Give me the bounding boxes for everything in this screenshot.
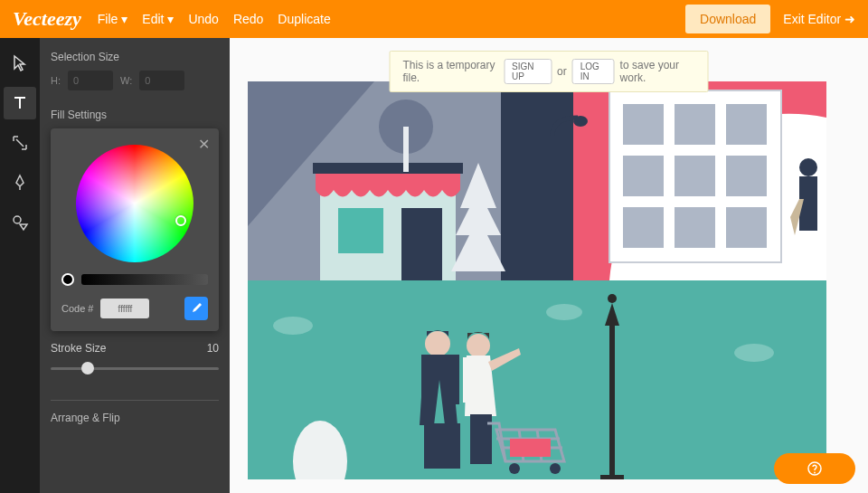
svg-rect-7: [401, 208, 442, 280]
svg-rect-6: [338, 208, 383, 253]
svg-point-23: [799, 158, 817, 176]
brightness-slider[interactable]: [81, 274, 208, 285]
svg-rect-21: [675, 207, 715, 248]
svg-rect-17: [623, 156, 664, 196]
width-label: W:: [120, 75, 132, 86]
chevron-down-icon: ▾: [167, 12, 174, 26]
artboard[interactable]: [248, 81, 826, 479]
canvas-area: This is a temporary file. SIGN UP or LOG…: [230, 38, 868, 493]
svg-rect-32: [600, 475, 624, 479]
help-icon: [807, 460, 823, 477]
fill-settings-label: Fill Settings: [51, 109, 219, 121]
top-menu-bar: Vecteezy File▾ Edit▾ Undo Redo Duplicate…: [0, 0, 868, 38]
help-button[interactable]: [774, 453, 855, 484]
svg-rect-36: [450, 355, 459, 404]
properties-panel: Selection Size H: W: Fill Settings ✕ Cod…: [40, 38, 230, 493]
svg-rect-18: [675, 156, 715, 196]
svg-point-27: [546, 304, 582, 320]
notice-or: or: [557, 65, 567, 78]
main-menu: File▾ Edit▾ Undo Redo Duplicate: [98, 12, 331, 26]
width-input[interactable]: [139, 71, 184, 90]
svg-point-42: [550, 463, 561, 474]
svg-point-44: [814, 472, 816, 474]
shapes-tool[interactable]: [4, 206, 36, 239]
login-button[interactable]: LOG IN: [572, 59, 615, 84]
hex-code-label: Code #: [61, 303, 93, 314]
menu-duplicate[interactable]: Duplicate: [278, 12, 330, 26]
svg-point-0: [14, 216, 21, 223]
svg-point-37: [467, 334, 490, 357]
svg-rect-20: [623, 207, 664, 248]
color-wheel-cursor[interactable]: [175, 215, 186, 226]
artwork-illustration: [248, 81, 826, 479]
fill-settings-panel: ✕ Code #: [51, 128, 219, 331]
chevron-down-icon: ▾: [121, 12, 127, 26]
brightness-preview: [61, 273, 74, 286]
svg-point-26: [273, 317, 313, 335]
svg-rect-35: [421, 355, 430, 404]
brand-logo: Vecteezy: [13, 7, 81, 31]
svg-rect-38: [470, 414, 492, 464]
svg-point-31: [608, 294, 617, 303]
svg-point-28: [734, 344, 774, 362]
svg-rect-15: [675, 104, 715, 145]
svg-rect-39: [463, 357, 470, 403]
svg-rect-34: [424, 423, 460, 469]
exit-editor-button[interactable]: Exit Editor ➜: [783, 12, 855, 26]
svg-point-11: [573, 116, 588, 127]
selection-size-label: Selection Size: [51, 51, 219, 63]
hex-code-input[interactable]: [100, 299, 149, 318]
svg-rect-14: [623, 104, 664, 145]
svg-point-33: [425, 331, 450, 356]
menu-file[interactable]: File▾: [98, 12, 128, 26]
select-tool[interactable]: [4, 47, 36, 80]
temp-file-notice: This is a temporary file. SIGN UP or LOG…: [390, 51, 709, 92]
download-button[interactable]: Download: [685, 5, 770, 33]
stroke-size-slider[interactable]: [51, 358, 219, 380]
height-label: H:: [51, 75, 61, 86]
menu-redo[interactable]: Redo: [233, 12, 263, 26]
tool-strip: [0, 38, 40, 493]
signup-button[interactable]: SIGN UP: [504, 59, 552, 84]
svg-rect-40: [510, 439, 551, 457]
menu-edit[interactable]: Edit▾: [142, 12, 174, 26]
eyedropper-icon: [190, 302, 203, 315]
pen-tool[interactable]: [4, 166, 36, 199]
stroke-size-value: 10: [207, 342, 219, 355]
transform-tool[interactable]: [4, 127, 36, 159]
svg-point-41: [509, 463, 520, 474]
svg-rect-10: [551, 136, 555, 280]
svg-rect-9: [403, 127, 409, 172]
notice-text-pre: This is a temporary file.: [403, 59, 499, 84]
close-icon[interactable]: ✕: [198, 136, 210, 153]
svg-rect-16: [726, 104, 767, 145]
eyedropper-button[interactable]: [184, 297, 208, 320]
height-input[interactable]: [68, 71, 113, 90]
svg-rect-30: [609, 317, 615, 479]
color-wheel[interactable]: [76, 145, 193, 262]
notice-text-post: to save your work.: [620, 59, 695, 84]
arrange-flip-label: Arrange & Flip: [51, 412, 219, 424]
svg-rect-19: [726, 156, 767, 196]
stroke-size-label: Stroke Size: [51, 342, 106, 355]
svg-rect-5: [313, 163, 463, 174]
menu-undo[interactable]: Undo: [188, 12, 218, 26]
text-tool[interactable]: [4, 87, 36, 119]
svg-rect-22: [726, 207, 767, 248]
